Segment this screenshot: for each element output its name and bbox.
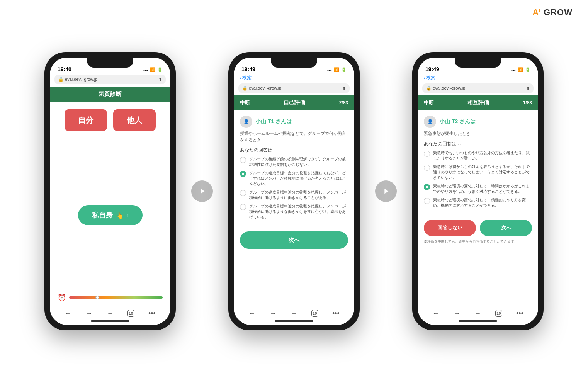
green-header-3: 中断 相互評価 1/83 [418,95,538,110]
time-1: 19:40 [58,66,71,72]
back-btn-2[interactable]: ← [248,309,255,318]
lock-icon-1: 🔒 eval.dev.j-grow.jp [58,77,97,82]
add-btn-2[interactable]: ＋ [291,309,297,318]
browser-bottom-1[interactable]: ← → ＋ 10 ••• [50,309,170,318]
play-icon-2 [382,187,390,195]
self-btn[interactable]: 自分 [65,109,107,131]
option-3-1[interactable]: 緊急時には初からしの対応を取ろうとするが、それまで通りのやり方になってしまい、う… [424,164,532,180]
phone-1: 19:40 ▪▪▪ 📶 🔋 🔒 eval.dev.j-grow.jp ⬆ 気質診… [44,52,176,330]
browser-bottom-2[interactable]: ← → ＋ 10 ••• [234,309,354,318]
other-btn[interactable]: 他人 [113,109,156,131]
option-text-2-3: グループの達成目標中途分の役割を把握し、メンバーが積極的に働けるような働きかけを… [249,204,348,220]
url-bar-2[interactable]: 🔒 eval.dev.j-grow.jp ⬆ [238,83,350,93]
home-indicator-2 [275,320,313,322]
wifi-icon-3: 📶 [518,67,523,72]
progress-bar [69,296,163,299]
user-name-2: 小山 T1 さんは [255,118,292,125]
status-icons-3: ▪▪▪ 📶 🔋 [511,67,530,72]
forward-btn-3[interactable]: → [453,309,460,318]
green-header-2: 中断 自己評価 2/83 [234,95,354,110]
menu-btn-2[interactable]: ••• [332,309,340,318]
question-subtitle-2: 授業やホームルームや探究などで、グループで何か発言をするとき [240,130,348,143]
options-2: グループの後継ぎ前の役割を理解できず、グループの後継適性に渡けた要的をかこじない… [240,156,348,220]
avatar-icon-3: 👤 [427,119,433,124]
option-3-3[interactable]: 緊急時など環境の変化に対して、積極的にやり方を変め、機動的に対応することができる… [424,197,532,208]
logo-grow: GROW [541,7,573,17]
phone-2-screen: 19:49 ▪▪▪ 📶 🔋 ‹ 検索 🔒 eval.dev.j-grow.jp … [234,58,354,325]
tab-count-2[interactable]: 10 [311,310,318,317]
add-btn-3[interactable]: ＋ [474,309,481,318]
user-row-2: 👤 小山 T1 さんは [240,116,348,128]
phone-3: 19:49 ▪▪▪ 📶 🔋 ‹ 検索 🔒 eval.dev.j-grow.jp … [412,52,544,330]
timer-icon: ⏰ [58,293,66,302]
confirm-btn-3[interactable]: 次へ [480,220,532,236]
menu-btn-1[interactable]: ••• [148,309,156,318]
share-icon-2: ⬆ [342,86,346,91]
nav-header-3: ‹ 検索 [418,75,538,83]
logo-ai: Ai [532,7,541,17]
option-2-3[interactable]: グループの達成目標中途分の役割を把握し、メンバーが積極的に働けるような働きかけを… [240,204,348,220]
myself-btn[interactable]: 私自身 👆 ↑ [78,205,143,225]
share-icon-1: ⬆ [158,77,162,82]
lock-3: 🔒 eval.dev.j-grow.jp [426,86,465,91]
back-nav-2[interactable]: ‹ 検索 [240,75,252,81]
status-icons-2: ▪▪▪ 📶 🔋 [327,67,347,72]
add-btn-1[interactable]: ＋ [107,309,114,318]
cursor-icon: 👆 [116,212,124,219]
option-text-2-2: グループの達成目標中途分の役割を把握し、メンバーが積極的に働けるように働きかける… [249,190,348,200]
back-chevron-3: ‹ [424,75,425,81]
arrow-btn-1 [191,180,213,202]
back-nav-3[interactable]: ‹ 検索 [424,75,435,81]
phone-1-screen: 19:40 ▪▪▪ 📶 🔋 🔒 eval.dev.j-grow.jp ⬆ 気質診… [50,58,170,325]
url-bar-1[interactable]: 🔒 eval.dev.j-grow.jp ⬆ [54,75,166,84]
option-2-2[interactable]: グループの達成目標中途分の役割を把握し、メンバーが積極的に働けるように働きかける… [240,190,348,200]
radio-1-2[interactable] [240,171,246,177]
progress-section-1: ⏰ [50,293,170,302]
radio-0-3[interactable] [424,151,430,157]
radio-3-2[interactable] [240,204,246,210]
option-3-2[interactable]: 緊急時など環境の変化に対して、時間はかかるがこれまでのやり方を活め、うまく対応す… [424,184,532,194]
menu-btn-3[interactable]: ••• [516,309,523,318]
url-bar-3[interactable]: 🔒 eval.dev.j-grow.jp ⬆ [422,83,534,93]
up-arrow: ↑ [127,213,129,217]
back-btn-1[interactable]: ← [65,309,71,318]
decline-btn-3[interactable]: 回答しない [424,220,476,236]
forward-btn-1[interactable]: → [85,309,92,318]
svg-marker-1 [384,189,388,194]
user-name-3: 小山 T2 さんは [439,118,476,125]
share-icon-3: ⬆ [526,86,530,91]
home-indicator-1 [91,320,129,322]
arrow-btn-2 [375,180,397,202]
tab-count-3[interactable]: 10 [495,310,502,317]
question-content-3: 👤 小山 T2 さんは 緊急事態が発生したとき あなたの回答は… 緊急時でも、い… [418,110,538,217]
header-left-3[interactable]: 中断 [424,99,434,106]
status-icons-1: ▪▪▪ 📶 🔋 [143,67,163,72]
back-label-2: 検索 [242,75,252,81]
battery-icon-1: 🔋 [157,67,163,72]
option-3-0[interactable]: 緊急時でも、いつものやり方以外の方法を考えたり、試したりすることが難しい。 [424,150,532,161]
option-2-1[interactable]: グループの達成目標中点分の役割を把握しておなず、どうすればメンバーが積極的に働け… [240,170,348,187]
battery-icon-3: 🔋 [525,67,530,72]
forward-btn-2[interactable]: → [269,309,276,318]
next-btn-2[interactable]: 次へ [240,231,348,249]
nav-header-2: ‹ 検索 [234,75,354,83]
option-2-0[interactable]: グループの後継ぎ前の役割を理解できず、グループの後継適性に渡けた要的をかこじない… [240,156,348,167]
radio-2-3[interactable] [424,184,430,190]
radio-1-3[interactable] [424,165,430,171]
tab-count-1[interactable]: 10 [127,310,134,317]
browser-bottom-3[interactable]: ← → ＋ 10 ••• [418,309,538,318]
radio-2-2[interactable] [240,190,246,196]
battery-icon-2: 🔋 [341,67,347,72]
phone-2: 19:49 ▪▪▪ 📶 🔋 ‹ 検索 🔒 eval.dev.j-grow.jp … [228,52,360,330]
question-content-2: 👤 小山 T1 さんは 授業やホームルームや探究などで、グループで何か発言をする… [234,110,354,228]
question-subtitle-3: 緊急事態が発生したとき [424,130,532,137]
header-left-2[interactable]: 中断 [240,99,250,106]
back-chevron-2: ‹ [240,75,241,81]
radio-0-2[interactable] [240,157,246,163]
action-btns-3: 回答しない 次へ [424,220,532,236]
radio-3-3[interactable] [424,198,430,204]
user-avatar-3: 👤 [424,116,436,128]
option-text-3-3: 緊急時など環境の変化に対して、積極的にやり方を変め、機動的に対応することができる… [433,197,532,208]
back-btn-3[interactable]: ← [432,309,439,318]
wifi-icon-1: 📶 [150,67,155,72]
